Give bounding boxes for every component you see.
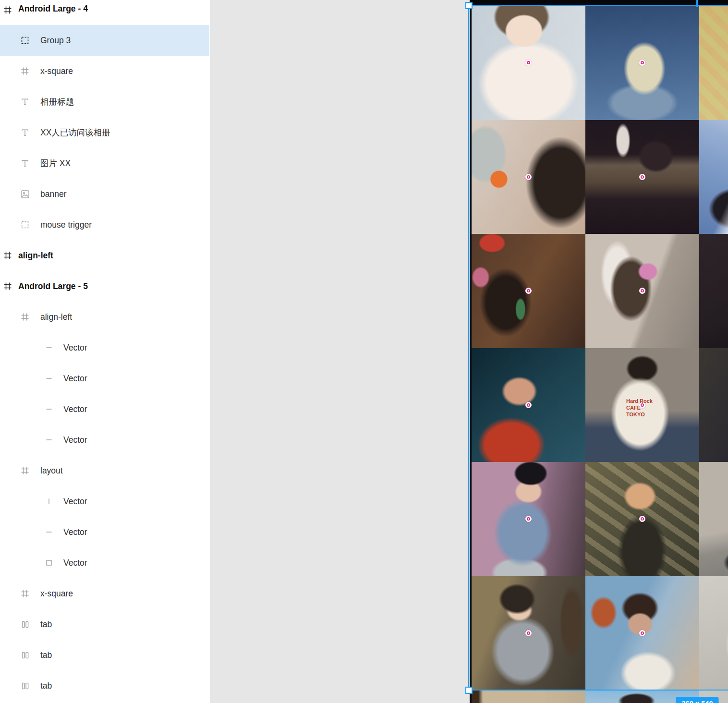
frame-icon [20,588,30,599]
photo-center-marker [525,402,532,408]
photo-window-city-view-night[interactable] [699,120,728,234]
layer-row-mouse-trigger[interactable]: mouse trigger [0,209,209,240]
tab-icon [20,680,30,691]
layer-label: layout [40,466,63,476]
tab-icon [20,650,30,660]
layer-label: Vector [63,558,87,568]
tab-icon [20,619,30,630]
layer-row-align-left[interactable]: align-left [0,302,209,332]
layer-row-android-large-4[interactable]: Android Large - 4 [0,0,210,20]
selection-handle-top-left[interactable] [465,2,473,9]
dash-icon [44,527,54,537]
text-icon [20,158,30,169]
photo-center-marker [639,60,645,66]
layers-panel: Android Large - 4 Group 3x-square相册标题XX人… [0,0,210,703]
photo-smiling-floral-blouse[interactable] [472,6,585,120]
layer-row-vector[interactable]: Vector [0,394,209,424]
photo-center-marker [525,516,532,522]
photo-center-marker [639,288,645,294]
photo-balcony-terracotta-pots[interactable] [585,576,699,691]
photo-undercover-tee-pout[interactable]: UNDERCOVER [699,576,728,691]
layer-row-tab[interactable]: tab [0,640,209,670]
photo-center-marker [639,174,645,180]
photo-hand-mirror-flower[interactable] [472,120,585,234]
layer-label: Vector [63,404,87,414]
dash-icon [44,373,54,384]
layer-row-相册标题[interactable]: 相册标题 [0,86,209,117]
figma-workspace: '18 04 27Hard Rock CAFE TOKYOUNDERCOVER … [0,0,728,703]
layer-row-vector[interactable]: Vector [0,332,209,363]
layer-label: x-square [40,66,73,76]
frame-icon [20,312,30,322]
layer-row-vector[interactable]: Vector [0,547,209,578]
photo-center-marker [525,630,532,636]
layer-label: Vector [63,527,87,537]
layer-label: Vector [63,497,87,507]
frame-icon [2,250,13,261]
layer-row-android-large---5[interactable]: Android Large - 5 [0,271,209,302]
layer-label: align-left [40,312,72,322]
photo-teal-portrait-red-shirt[interactable] [472,348,585,462]
photo-jisoo-adidas-tee-datestamp[interactable]: '18 04 27 [699,234,728,348]
layer-row-align-left[interactable]: align-left [0,240,209,271]
layer-row-tab[interactable]: tab [0,609,209,640]
selection-handle-bottom-left[interactable] [465,687,473,694]
layer-list: Group 3x-square相册标题XX人已访问该相册图片 XXbannerm… [0,25,209,701]
photo-guitar-band-tee-dark-room[interactable] [585,120,699,234]
layer-label: 相册标题 [40,96,74,108]
layer-row-tab[interactable]: tab [0,670,209,701]
photo-center-marker [525,174,532,180]
frame-content-above-selection [470,0,728,6]
layer-row-vector[interactable]: Vector [0,517,209,547]
layer-row-vector[interactable]: Vector [0,424,209,455]
frame-icon [2,5,13,15]
text-icon [20,97,30,107]
layer-row-layout[interactable]: layout [0,455,209,486]
text-icon [20,127,30,138]
layer-label: XX人已访问该相册 [40,127,110,138]
layer-label: tab [40,619,52,630]
vline-icon [44,496,54,507]
layer-label: Vector [63,374,87,384]
photo-izakaya-soju-lantern[interactable] [472,234,585,348]
layer-label: Group 3 [40,36,71,46]
layer-label: align-left [18,251,53,261]
photo-night-street-phone-bag[interactable] [472,576,585,691]
image-icon [20,189,30,199]
group-icon [20,35,30,46]
layer-row-vector[interactable]: Vector [0,486,209,517]
layer-row-xx人已访问该相册[interactable]: XX人已访问该相册 [0,117,209,148]
canvas[interactable]: '18 04 27Hard Rock CAFE TOKYOUNDERCOVER … [210,0,728,703]
layer-row-图片-xx[interactable]: 图片 XX [0,148,209,179]
layer-label: x-square [40,589,73,599]
frame-icon [20,66,30,76]
photo-bucket-hat-denim-jacket[interactable] [472,462,585,576]
layer-label: Vector [63,343,87,353]
layer-label: tab [40,650,52,660]
photo-partial-wood-doorway[interactable] [472,690,585,703]
layer-row-vector[interactable]: Vector [0,363,209,394]
photo-iu-yellow-wallpaper[interactable] [699,6,728,120]
photo-hard-rock-cafe-tee[interactable]: Hard Rock CAFE TOKYO [585,348,699,462]
layer-label: banner [40,189,67,199]
dash-icon [44,435,54,445]
layer-row-group-3[interactable]: Group 3 [0,25,209,56]
photo-bouquet-doorway[interactable] [585,234,699,348]
layer-row-x-square[interactable]: x-square [0,56,209,86]
photo-night-alley-red-lantern[interactable] [699,348,728,462]
photo-center-marker [525,60,532,66]
layer-label: Android Large - 4 [18,4,88,14]
photo-center-marker [639,516,645,522]
photo-party-hat-vintage-blue[interactable] [585,6,699,120]
layer-row-banner[interactable]: banner [0,179,209,209]
photo-blue-sweatshirt-marble[interactable] [699,462,728,576]
layer-label: mouse trigger [40,220,92,230]
photo-grid: '18 04 27Hard Rock CAFE TOKYOUNDERCOVER [472,6,728,690]
photo-center-marker [525,288,532,294]
layer-row-x-square[interactable]: x-square [0,578,209,609]
layer-label: Android Large - 5 [18,281,88,291]
layer-label: tab [40,681,52,691]
selection-top-center-tick [696,0,698,7]
photo-center-marker [639,630,645,636]
photo-dappled-light-portrait[interactable] [585,462,699,576]
